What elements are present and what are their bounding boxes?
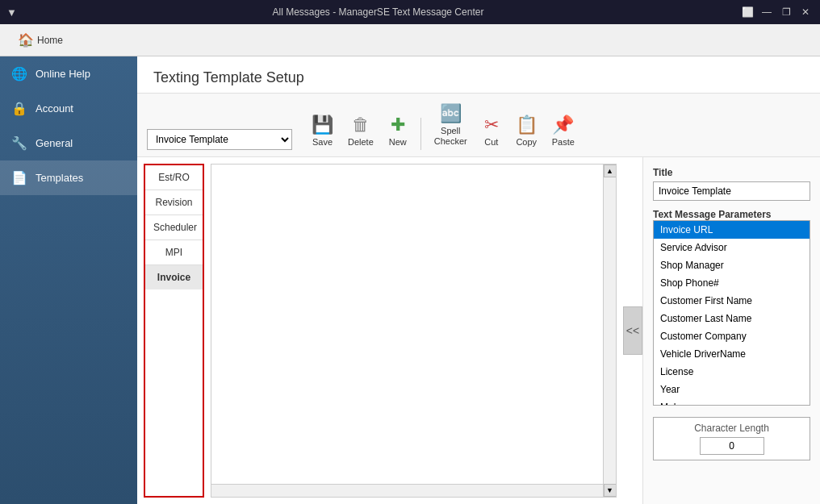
sidebar-item-templates[interactable]: 📄 Templates	[0, 160, 137, 195]
char-length-value[interactable]	[700, 437, 764, 455]
toolbar-group-edit: 🔤 SpellChecker ✂ Cut 📋 Copy 📌 Paste	[428, 100, 581, 150]
scroll-up-button[interactable]: ▲	[604, 165, 617, 177]
param-item[interactable]: Customer Last Name	[654, 310, 810, 327]
param-item[interactable]: Customer First Name	[654, 292, 810, 310]
template-editor[interactable]	[211, 165, 603, 484]
param-item[interactable]: Customer Company	[654, 327, 810, 345]
collapse-panel-button[interactable]: <<	[623, 306, 642, 355]
horizontal-scrollbar[interactable]	[211, 484, 603, 497]
vertical-scrollbar[interactable]: ▲ ▼	[603, 165, 616, 497]
app-icon: ▼	[6, 6, 17, 19]
copy-button[interactable]: 📋 Copy	[509, 111, 544, 150]
params-label: Text Message Parameters	[653, 209, 810, 220]
template-select[interactable]: Invoice Template Est/RO Template Revisio…	[147, 129, 292, 150]
title-field-label: Title	[653, 167, 810, 178]
params-list[interactable]: Invoice URLService AdvisorShop ManagerSh…	[653, 220, 810, 406]
cut-icon: ✂	[484, 115, 499, 135]
copy-label: Copy	[516, 137, 537, 147]
param-item[interactable]: Year	[654, 381, 810, 398]
params-section: Text Message Parameters Invoice URLServi…	[653, 209, 810, 406]
char-length-section: Character Length	[653, 417, 810, 460]
page-title: Texting Template Setup	[137, 56, 820, 94]
maximize-button[interactable]: ❐	[778, 4, 794, 20]
template-select-wrap: Invoice Template Est/RO Template Revisio…	[147, 129, 292, 150]
new-icon: ✚	[391, 115, 405, 135]
sidebar-label-templates: Templates	[36, 172, 83, 184]
ribbon: 🏠 Home	[0, 24, 820, 56]
delete-icon: 🗑	[352, 115, 370, 135]
cut-label: Cut	[484, 137, 498, 147]
toolbar: Invoice Template Est/RO Template Revisio…	[137, 94, 820, 157]
sidebar-label-account: Account	[36, 102, 73, 115]
sidebar-label-online-help: Online Help	[36, 68, 90, 80]
sidebar-item-online-help[interactable]: 🌐 Online Help	[0, 56, 137, 91]
spell-checker-button[interactable]: 🔤 SpellChecker	[428, 100, 474, 150]
app-body: 🌐 Online Help 🔒 Account 🔧 General 📄 Temp…	[0, 56, 820, 504]
home-ribbon-label: Home	[37, 35, 63, 46]
home-ribbon-button[interactable]: 🏠 Home	[10, 29, 71, 51]
param-item[interactable]: Vehicle DriverName	[654, 345, 810, 363]
new-label: New	[389, 137, 407, 147]
title-bar: ▼ All Messages - ManagerSE Text Message …	[0, 0, 820, 24]
templates-icon: 📄	[11, 170, 27, 185]
general-icon: 🔧	[11, 135, 27, 151]
tile-button[interactable]: ⬜	[739, 4, 755, 20]
home-icon: 🏠	[18, 32, 34, 48]
left-panel: Est/RO Revision Scheduler MPI Invoice	[137, 157, 642, 504]
vtab-estro[interactable]: Est/RO	[145, 165, 203, 190]
toolbar-group-file: 💾 Save 🗑 Delete ✚ New	[305, 111, 414, 150]
save-label: Save	[312, 137, 333, 147]
param-item[interactable]: License	[654, 363, 810, 381]
scroll-down-button[interactable]: ▼	[604, 484, 617, 497]
spell-icon: 🔤	[440, 103, 462, 124]
paste-button[interactable]: 📌 Paste	[546, 111, 581, 150]
vtab-mpi[interactable]: MPI	[145, 240, 203, 265]
online-help-icon: 🌐	[11, 66, 27, 81]
spell-label: SpellChecker	[434, 126, 467, 147]
paste-label: Paste	[552, 137, 575, 147]
main-split: Est/RO Revision Scheduler MPI Invoice	[137, 157, 820, 504]
vtab-invoice[interactable]: Invoice	[145, 265, 203, 289]
editor-area: ▲ ▼	[211, 164, 617, 498]
content-area: Texting Template Setup Invoice Template …	[137, 56, 820, 504]
toolbar-sep-1	[420, 118, 421, 150]
copy-icon: 📋	[516, 115, 538, 135]
char-length-box: Character Length	[653, 417, 810, 460]
param-item[interactable]: Service Advisor	[654, 239, 810, 256]
vtabs: Est/RO Revision Scheduler MPI Invoice	[144, 164, 204, 498]
save-button[interactable]: 💾 Save	[305, 111, 340, 150]
param-item[interactable]: Shop Phone#	[654, 274, 810, 292]
minimize-button[interactable]: —	[759, 4, 775, 20]
char-length-label: Character Length	[694, 423, 769, 434]
window-title: All Messages - ManagerSE Text Message Ce…	[17, 6, 739, 18]
delete-label: Delete	[348, 137, 374, 147]
window-controls: ⬜ — ❐ ✕	[739, 4, 814, 20]
sidebar-item-general[interactable]: 🔧 General	[0, 126, 137, 160]
delete-button[interactable]: 🗑 Delete	[341, 111, 380, 150]
param-item[interactable]: Shop Manager	[654, 256, 810, 274]
vtab-scheduler[interactable]: Scheduler	[145, 215, 203, 240]
close-button[interactable]: ✕	[797, 4, 814, 20]
title-section: Title	[653, 167, 810, 201]
param-item[interactable]: Make	[654, 398, 810, 406]
param-item[interactable]: Invoice URL	[654, 221, 810, 239]
paste-icon: 📌	[552, 115, 574, 135]
sidebar-item-account[interactable]: 🔒 Account	[0, 91, 137, 126]
collapse-icon: <<	[626, 324, 639, 337]
sidebar: 🌐 Online Help 🔒 Account 🔧 General 📄 Temp…	[0, 56, 137, 504]
sidebar-label-general: General	[36, 137, 73, 149]
cut-button[interactable]: ✂ Cut	[475, 111, 508, 150]
account-icon: 🔒	[11, 101, 27, 116]
save-icon: 💾	[312, 115, 333, 135]
title-field[interactable]	[653, 181, 810, 201]
new-button[interactable]: ✚ New	[382, 111, 414, 150]
vtab-revision[interactable]: Revision	[145, 190, 203, 215]
right-panel: Title Text Message Parameters Invoice UR…	[642, 157, 820, 504]
